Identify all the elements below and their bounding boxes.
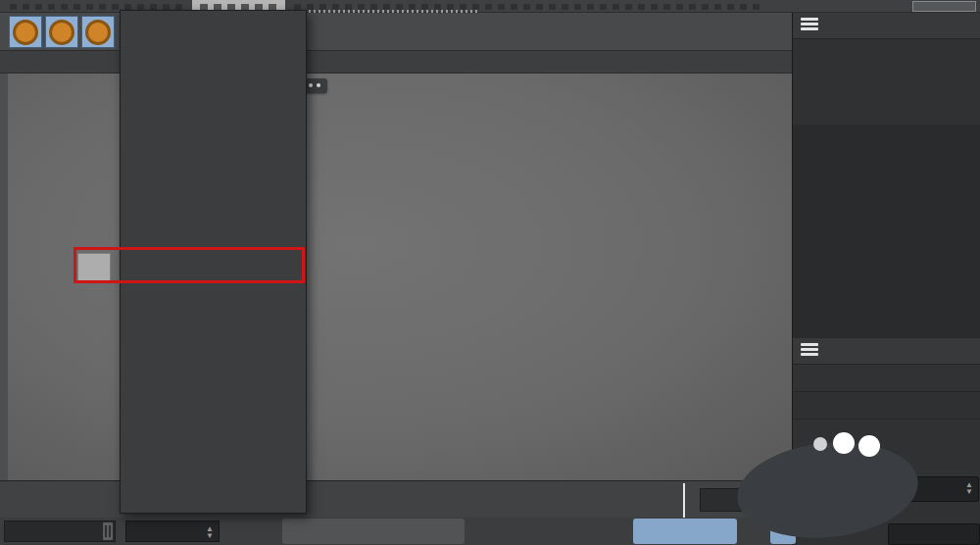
mograph-dropdown-menu	[120, 10, 307, 514]
spinner-arrows-icon[interactable]: ▲▼	[205, 525, 215, 539]
axis-z-lock-button[interactable]	[81, 16, 115, 48]
slider-handle[interactable]	[103, 522, 113, 540]
attribute-title-row	[793, 365, 980, 392]
watermark-dot	[813, 437, 827, 451]
transport-bar: ▲▼	[0, 518, 792, 545]
attribute-manager-menubar	[793, 338, 980, 365]
viewport-left-edge	[0, 74, 8, 480]
spinner-arrows-icon[interactable]: ▲▼	[964, 481, 974, 495]
playhead[interactable]	[683, 483, 685, 519]
hamburger-icon[interactable]	[801, 343, 818, 356]
watermark-dot	[833, 432, 855, 454]
attribute-tabs	[793, 392, 980, 420]
sweep-spline-input[interactable]	[888, 523, 980, 545]
watermark-dot	[858, 435, 880, 457]
axis-x-lock-button[interactable]	[9, 16, 42, 48]
timeline-range-slider[interactable]	[4, 520, 116, 542]
axis-z-label	[85, 20, 111, 45]
hamburger-icon[interactable]	[801, 18, 818, 30]
axis-y-lock-button[interactable]	[45, 16, 78, 48]
axis-x-label	[13, 20, 38, 45]
menubar-right-box	[912, 1, 976, 12]
object-manager-menubar	[793, 13, 980, 39]
axis-y-label	[49, 20, 74, 45]
object-manager-empty-area[interactable]	[793, 124, 980, 338]
playback-button-group	[282, 519, 465, 544]
current-frame-input[interactable]: ▲▼	[125, 520, 220, 542]
annotation-gray-swatch	[77, 253, 111, 281]
record-toggles-strip	[633, 519, 737, 544]
viewport-widget[interactable]	[306, 78, 327, 93]
